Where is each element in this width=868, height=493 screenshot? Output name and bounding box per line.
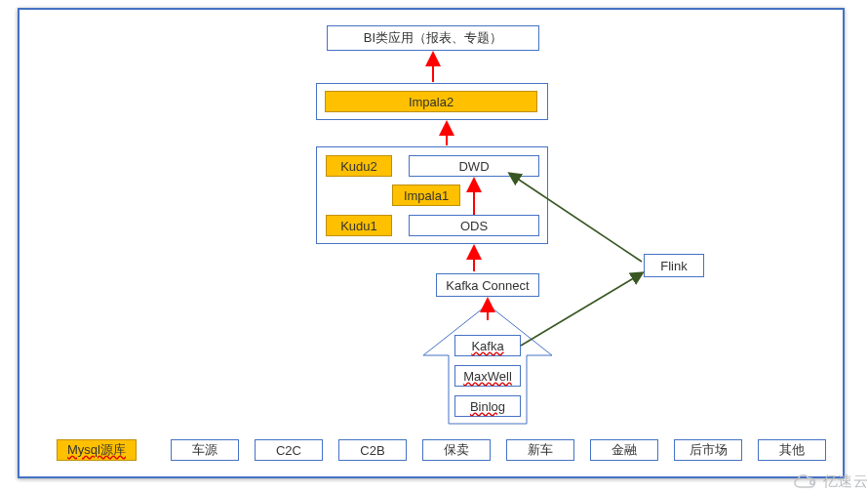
svg-point-8 [809,479,814,484]
kafka-connect-box: Kafka Connect [436,273,539,297]
mysql-source-box: Mysql源库 [57,439,137,461]
bottom-item-5: 金融 [590,439,658,461]
binlog-label: Binlog [470,399,505,414]
impala2-box: Impala2 [325,91,537,112]
bottom-item-2: C2B [338,439,407,461]
bi-app-box: BI类应用（报表、专题） [327,25,539,51]
diagram-frame: BI类应用（报表、专题） Impala2 Kudu2 DWD Impala1 K… [18,8,845,478]
flink-box: Flink [644,254,704,277]
watermark: 亿速云 [792,472,869,491]
dwd-box: DWD [409,155,539,177]
kafka-label: Kafka [471,339,503,353]
bottom-item-6: 后市场 [674,439,742,461]
impala1-box: Impala1 [392,185,460,206]
bottom-item-0: 车源 [171,439,239,461]
bottom-item-7: 其他 [758,439,826,461]
kafka-box: Kafka [454,335,521,356]
binlog-box: Binlog [454,395,521,417]
bottom-item-1: C2C [255,439,323,461]
cloud-icon [792,473,821,491]
ods-box: ODS [409,215,539,236]
mysql-source-label: Mysql源库 [67,441,126,459]
maxwell-box: MaxWell [454,365,521,387]
bottom-item-3: 保卖 [422,439,491,461]
kudu1-box: Kudu1 [326,215,392,236]
watermark-text: 亿速云 [823,472,869,491]
bottom-item-4: 新车 [506,439,574,461]
kudu2-box: Kudu2 [326,155,392,177]
maxwell-label: MaxWell [463,369,512,384]
